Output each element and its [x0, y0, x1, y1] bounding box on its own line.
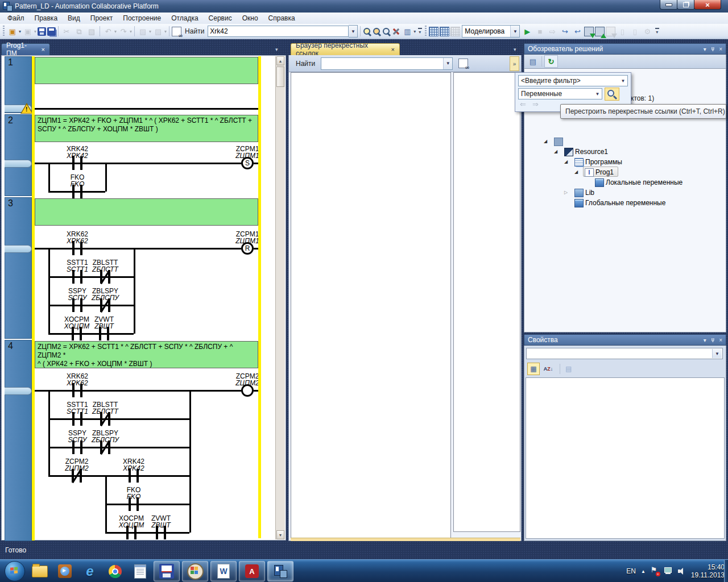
- tree-item-программы[interactable]: [524, 157, 726, 168]
- network-icon[interactable]: [664, 567, 673, 575]
- taskbar-media-player[interactable]: [53, 562, 76, 581]
- toolbar-overflow-icon[interactable]: »: [510, 56, 519, 71]
- properties-grid[interactable]: [526, 377, 725, 539]
- save-button[interactable]: [38, 25, 46, 38]
- scroll-down-icon[interactable]: ▼: [276, 530, 284, 539]
- rung-comment[interactable]: ZЦПМ1 = ХРК42 + FKO + ZЦПМ1 * ^ ( ХРК62 …: [35, 115, 258, 142]
- taskbar-floppy-app[interactable]: [154, 561, 180, 581]
- ladder-vertical-scrollbar[interactable]: ▲ ▼: [275, 56, 285, 539]
- build-crossref-table-icon[interactable]: [458, 59, 468, 68]
- toolbar-overflow-icon[interactable]: ▾: [653, 26, 660, 37]
- start-debug-button[interactable]: ▶: [522, 25, 533, 38]
- find-input[interactable]: [208, 26, 349, 37]
- toolbar-grip[interactable]: [425, 26, 427, 37]
- restore-button[interactable]: [677, 0, 695, 10]
- rung-gutter[interactable]: 3: [5, 197, 32, 339]
- start-orb-icon[interactable]: [5, 561, 25, 581]
- menu-item-5[interactable]: Построение: [118, 13, 166, 23]
- filter-text-combobox[interactable]: <Введите фильтр> ▼: [518, 75, 628, 86]
- rung-gutter[interactable]: 2: [5, 114, 32, 196]
- taskbar-pattern-app[interactable]: [267, 561, 293, 581]
- window-position-icon[interactable]: ▾: [704, 46, 706, 52]
- menu-item-6[interactable]: Отладка: [166, 13, 203, 23]
- menu-item-3[interactable]: Вид: [63, 13, 85, 23]
- solution-explorer-caption[interactable]: Обозреватель решений ▾ ⋔ ×: [524, 43, 726, 55]
- rung-comment[interactable]: [35, 57, 258, 84]
- find-symbol-button[interactable]: [172, 25, 181, 38]
- rung-comment[interactable]: [35, 198, 258, 226]
- window-position-icon[interactable]: ▾: [704, 337, 706, 343]
- properties-window-icon[interactable]: ▤: [527, 56, 539, 67]
- window-list-button[interactable]: ▥▾: [402, 25, 416, 38]
- crossref-find-combobox[interactable]: ▼: [321, 57, 453, 70]
- find-replace-button[interactable]: [382, 25, 391, 38]
- tab-cross-reference[interactable]: Браузер перекрестных ссылок ×: [291, 43, 400, 55]
- scroll-up-icon[interactable]: ▲: [276, 56, 284, 65]
- combo-arrow-icon[interactable]: ▼: [619, 76, 627, 86]
- menu-item-7[interactable]: Сервис: [204, 13, 237, 23]
- tab-cross-reference-close-icon[interactable]: ×: [391, 46, 395, 53]
- upload-from-target-button[interactable]: [595, 25, 605, 38]
- filter-type-combobox[interactable]: Переменные ▼: [518, 88, 602, 99]
- external-tools-button[interactable]: [392, 25, 400, 38]
- volume-icon[interactable]: [678, 567, 686, 575]
- download-to-target-button[interactable]: [584, 25, 594, 38]
- alphabetical-sort-icon[interactable]: AZ↓: [542, 363, 555, 375]
- hidden-icons-icon[interactable]: ▲: [641, 569, 646, 574]
- categorized-view-icon[interactable]: ▦: [527, 363, 540, 375]
- cross-tabstrip-dropdown-icon[interactable]: ▾: [514, 47, 516, 52]
- find-in-files-button[interactable]: [363, 25, 371, 38]
- toolbar-grip[interactable]: [3, 26, 5, 37]
- menu-item-1[interactable]: Файл: [2, 13, 30, 23]
- rebuild-button[interactable]: [440, 25, 449, 38]
- menu-item-2[interactable]: Правка: [30, 13, 63, 23]
- rung-comment[interactable]: ZЦПМ2 = ХРК62 + SСТТ1 * ^ ZБЛСТТ + SСПУ …: [35, 341, 258, 368]
- mode-combobox[interactable]: Моделирова▼: [462, 25, 520, 38]
- tree-item-node-0[interactable]: [524, 137, 726, 147]
- taskbar-start-button[interactable]: [3, 562, 26, 581]
- close-panel-icon[interactable]: ×: [719, 46, 722, 52]
- rung-handle[interactable]: [5, 387, 32, 395]
- crossref-list-area[interactable]: [291, 72, 451, 540]
- minimize-button[interactable]: [660, 0, 678, 10]
- combo-arrow-icon[interactable]: ▼: [712, 349, 722, 358]
- action-center-icon[interactable]: ×: [651, 567, 659, 576]
- properties-object-combobox[interactable]: ▼: [526, 348, 723, 359]
- clock[interactable]: 15:40 19.11.2013: [691, 563, 725, 579]
- new-project-button[interactable]: ▣▾: [7, 25, 21, 38]
- combo-arrow-icon[interactable]: ▼: [593, 89, 602, 99]
- refresh-icon[interactable]: ↻: [544, 55, 558, 68]
- dropdown-arrow-icon[interactable]: ▾: [413, 29, 416, 34]
- combo-arrow-icon[interactable]: ▼: [510, 26, 519, 37]
- taskbar-windows-explorer[interactable]: [28, 562, 51, 581]
- rung-handle[interactable]: [5, 245, 32, 253]
- save-all-button[interactable]: [47, 25, 56, 38]
- dropdown-arrow-icon[interactable]: ▾: [19, 29, 21, 34]
- crossref-detail-area[interactable]: [453, 72, 520, 532]
- rung-handle[interactable]: [5, 160, 32, 168]
- properties-caption[interactable]: Свойства ▾ ⋔ ×: [524, 334, 726, 346]
- language-indicator[interactable]: EN: [626, 567, 636, 575]
- step-into-button[interactable]: ↪: [559, 25, 570, 38]
- step-out-button[interactable]: ↩: [572, 25, 583, 38]
- tree-item-resource1[interactable]: [524, 147, 726, 157]
- close-button[interactable]: ×: [694, 0, 721, 10]
- taskbar-notepad[interactable]: [129, 562, 151, 581]
- menu-item-9[interactable]: Справка: [263, 13, 300, 23]
- toolbar-overflow-icon[interactable]: ▾: [416, 26, 423, 37]
- tree-item-prog1[interactable]: [524, 168, 726, 178]
- taskbar-chrome[interactable]: [104, 562, 126, 581]
- find-history-icon[interactable]: ▼: [349, 25, 358, 38]
- auto-hide-pin-icon[interactable]: ⋔: [710, 337, 715, 343]
- close-panel-icon[interactable]: ×: [719, 337, 722, 343]
- menu-item-4[interactable]: Проект: [85, 13, 118, 23]
- build-cross-references-button[interactable]: [429, 25, 439, 38]
- rung-gutter[interactable]: 4: [5, 340, 32, 541]
- combo-arrow-icon[interactable]: ▼: [443, 58, 452, 69]
- scroll-thumb[interactable]: [276, 66, 284, 87]
- tree-item-локальные-переменные[interactable]: [524, 178, 726, 188]
- menu-item-8[interactable]: Окно: [237, 13, 263, 23]
- filter-search-button[interactable]: [605, 88, 619, 101]
- tree-item-lib[interactable]: [524, 188, 726, 198]
- auto-hide-pin-icon[interactable]: ⋔: [710, 46, 715, 52]
